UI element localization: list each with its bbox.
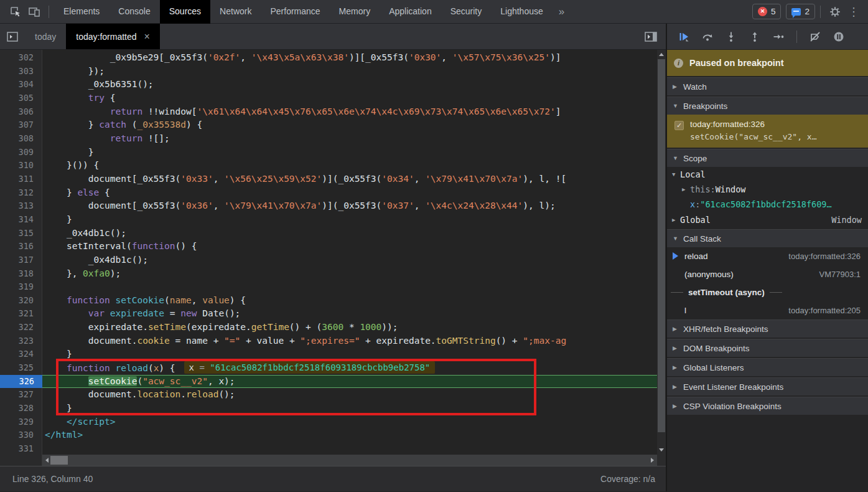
scroll-right-icon[interactable] — [648, 455, 657, 466]
line-content[interactable]: } catch (_0x35538d) { — [42, 118, 657, 132]
line-content[interactable]: }); — [42, 65, 657, 78]
section-event-listener-breakpoints[interactable]: ▶Event Listener Breakpoints — [667, 377, 868, 395]
line-number[interactable]: 326 — [0, 375, 47, 389]
call-stack-frame[interactable]: reloadtoday:formatted:326 — [667, 247, 868, 265]
line-number[interactable]: 310 — [0, 159, 42, 173]
line-number[interactable]: 324 — [0, 348, 42, 361]
line-number[interactable]: 325 — [0, 361, 42, 375]
close-icon[interactable]: × — [144, 31, 150, 42]
line-content[interactable]: } else { — [42, 186, 657, 200]
tab-console[interactable]: Console — [109, 0, 159, 24]
vertical-scrollbar[interactable] — [657, 50, 666, 455]
resume-icon[interactable] — [673, 27, 694, 46]
line-content[interactable] — [42, 442, 657, 455]
horizontal-scroll-thumb[interactable] — [50, 456, 68, 465]
line-content[interactable]: return !!window['\x61\x64\x64\x45\x76\x6… — [42, 105, 657, 119]
line-number[interactable]: 322 — [0, 321, 42, 334]
section-dom-breakpoints[interactable]: ▶DOM Breakpoints — [667, 339, 868, 357]
line-number[interactable]: 328 — [0, 402, 42, 415]
line-number[interactable]: 314 — [0, 213, 42, 227]
line-content[interactable]: expiredate.setTime(expiredate.getTime() … — [42, 321, 657, 334]
call-stack-frame[interactable]: ltoday:formatted:205 — [667, 301, 868, 319]
line-number[interactable]: 331 — [0, 442, 42, 455]
line-content[interactable]: document[_0x55f3('0x36', '\x79\x41\x70\x… — [42, 199, 657, 213]
gear-icon[interactable] — [826, 0, 844, 24]
line-content[interactable]: } — [42, 213, 657, 227]
scope-local[interactable]: ▼ Local — [667, 167, 868, 182]
tab-memory[interactable]: Memory — [330, 0, 380, 24]
line-number[interactable]: 330 — [0, 428, 42, 442]
line-number[interactable]: 312 — [0, 186, 42, 200]
line-number[interactable]: 307 — [0, 118, 42, 132]
line-content[interactable] — [42, 280, 657, 294]
tab-performance[interactable]: Performance — [261, 0, 329, 24]
line-number[interactable]: 311 — [0, 173, 42, 186]
line-number[interactable]: 320 — [0, 294, 42, 308]
section-global-listeners[interactable]: ▶Global Listeners — [667, 358, 868, 376]
tab-network[interactable]: Network — [210, 0, 261, 24]
step-over-icon[interactable] — [697, 27, 718, 46]
line-number[interactable]: 319 — [0, 280, 42, 294]
scroll-left-icon[interactable] — [42, 455, 51, 466]
line-number[interactable]: 316 — [0, 240, 42, 253]
line-number[interactable]: 305 — [0, 92, 42, 105]
show-debugger-icon[interactable] — [645, 24, 666, 49]
device-toolbar-icon[interactable] — [25, 0, 44, 24]
messages-badge[interactable]: 2 — [786, 4, 815, 19]
line-content[interactable]: </script> — [42, 415, 657, 429]
scope-global-row[interactable]: ▶ Global Window — [667, 212, 868, 228]
line-number[interactable]: 323 — [0, 334, 42, 348]
step-out-icon[interactable] — [744, 27, 765, 46]
line-content[interactable]: try { — [42, 92, 657, 105]
line-number[interactable]: 315 — [0, 227, 42, 240]
tab-application[interactable]: Application — [380, 0, 441, 24]
line-content[interactable]: } — [42, 146, 657, 159]
section-call-stack[interactable]: ▼ Call Stack — [667, 229, 868, 247]
line-number[interactable]: 303 — [0, 65, 42, 78]
step-into-icon[interactable] — [721, 27, 742, 46]
line-content[interactable]: } — [42, 348, 657, 361]
tab-sources[interactable]: Sources — [160, 0, 210, 24]
line-content[interactable]: document.location.reload(); — [42, 388, 657, 402]
scope-this-row[interactable]: ▶ this: Window — [667, 182, 868, 197]
line-number[interactable]: 306 — [0, 105, 42, 119]
line-content[interactable]: }()) { — [42, 159, 657, 173]
more-panels-icon[interactable]: » — [553, 1, 571, 23]
line-number[interactable]: 313 — [0, 199, 42, 213]
line-number[interactable]: 317 — [0, 253, 42, 267]
scope-x-row[interactable]: x: "61cac5082f1bbdcf2518f609… — [667, 197, 868, 212]
show-navigator-icon[interactable] — [0, 24, 25, 49]
line-content[interactable]: document.cookie = name + "=" + value + "… — [42, 334, 657, 348]
vertical-scroll-thumb[interactable] — [658, 59, 665, 432]
line-content[interactable]: _0x4db1c(); — [42, 253, 657, 267]
line-content[interactable]: }, 0xfa0); — [42, 267, 657, 281]
section-breakpoints[interactable]: ▼ Breakpoints — [667, 97, 868, 115]
step-icon[interactable] — [768, 27, 789, 46]
line-content[interactable]: return ![]; — [42, 132, 657, 146]
line-content[interactable]: _0x9b5e29[_0x55f3('0x2f', '\x43\x5a\x63\… — [42, 51, 657, 65]
line-number[interactable]: 304 — [0, 78, 42, 92]
pause-on-exceptions-icon[interactable] — [828, 27, 849, 46]
deactivate-breakpoints-icon[interactable] — [805, 27, 826, 46]
line-number[interactable]: 302 — [0, 51, 42, 65]
line-content[interactable]: function setCookie(name, value) { — [42, 294, 657, 308]
line-number[interactable]: 321 — [0, 307, 42, 321]
line-number[interactable]: 309 — [0, 146, 42, 159]
tab-elements[interactable]: Elements — [54, 0, 109, 24]
line-content[interactable]: } — [42, 402, 657, 415]
section-watch[interactable]: ▶ Watch — [667, 77, 868, 95]
scroll-up-icon[interactable] — [657, 50, 666, 59]
line-content[interactable]: document[_0x55f3('0x33', '\x56\x25\x59\x… — [42, 173, 657, 186]
breakpoint-entry[interactable]: ✓ today:formatted:326 setCookie("acw_sc_… — [667, 115, 868, 148]
section-scope[interactable]: ▼ Scope — [667, 149, 868, 167]
kebab-menu-icon[interactable]: ⋮ — [844, 0, 863, 24]
line-content[interactable]: _0x5b6351(); — [42, 78, 657, 92]
line-number[interactable]: 308 — [0, 132, 42, 146]
line-content[interactable]: var expiredate = new Date(); — [42, 307, 657, 321]
line-content[interactable]: </html> — [42, 428, 657, 442]
line-number[interactable]: 327 — [0, 388, 42, 402]
file-tab-today-formatted[interactable]: today:formatted × — [66, 24, 160, 49]
section-xhr-fetch-breakpoints[interactable]: ▶XHR/fetch Breakpoints — [667, 319, 868, 338]
line-number[interactable]: 329 — [0, 415, 42, 429]
line-content[interactable]: function reload(x) {x = "61cac5082f1bbdc… — [42, 361, 657, 375]
